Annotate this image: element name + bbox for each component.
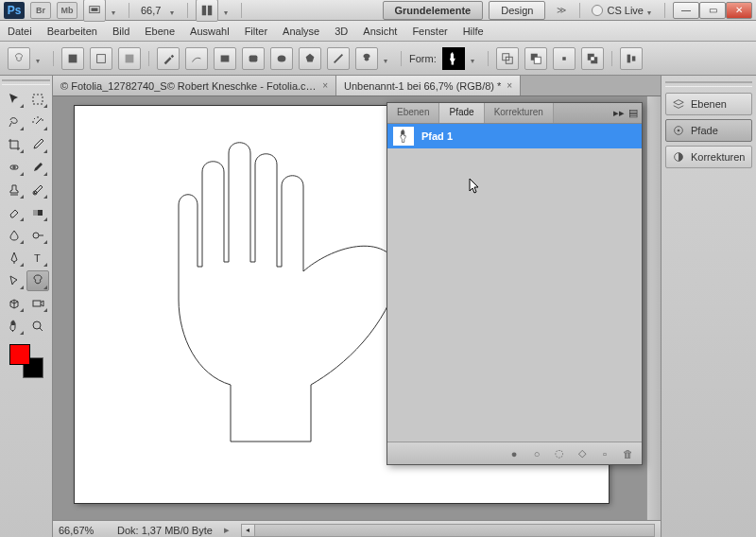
collapse-icon[interactable]: ▸▸ bbox=[613, 107, 625, 119]
close-icon[interactable]: × bbox=[507, 80, 512, 91]
fill-path-icon[interactable]: ● bbox=[507, 447, 521, 460]
lasso-tool[interactable] bbox=[3, 112, 26, 132]
selection-from-path-icon[interactable]: ◌ bbox=[553, 447, 566, 460]
panel-tab-ebenen[interactable]: Ebenen bbox=[387, 103, 439, 123]
pen-tool[interactable] bbox=[3, 248, 26, 268]
arrange-icon[interactable] bbox=[196, 0, 218, 22]
menu-hilfe[interactable]: Hilfe bbox=[463, 26, 484, 37]
path-select-tool[interactable] bbox=[3, 270, 26, 291]
panel-menu-icon[interactable]: ▤ bbox=[628, 107, 638, 119]
pathop-subtract-icon[interactable] bbox=[524, 47, 547, 70]
menu-bild[interactable]: Bild bbox=[112, 26, 129, 37]
3d-tool[interactable] bbox=[3, 293, 26, 314]
menu-datei[interactable]: Datei bbox=[8, 26, 32, 37]
stroke-path-icon[interactable]: ○ bbox=[530, 447, 543, 460]
crop-tool[interactable] bbox=[3, 134, 26, 155]
path-item-pfad1[interactable]: Pfad 1 bbox=[387, 124, 642, 148]
horizontal-scrollbar[interactable]: ◂ bbox=[241, 524, 655, 537]
panel-tab-pfade[interactable]: Pfade bbox=[439, 103, 484, 123]
gradient-tool[interactable] bbox=[26, 202, 49, 223]
hand-tool[interactable] bbox=[3, 316, 26, 337]
dock-ebenen[interactable]: Ebenen bbox=[665, 93, 752, 115]
blur-tool[interactable] bbox=[3, 225, 26, 246]
menu-3d[interactable]: 3D bbox=[335, 26, 348, 37]
move-tool[interactable] bbox=[3, 89, 26, 110]
type-tool[interactable]: T bbox=[26, 248, 49, 268]
eraser-tool[interactable] bbox=[3, 202, 26, 223]
panel-body[interactable]: Pfad 1 bbox=[387, 124, 642, 442]
brush-tool[interactable] bbox=[26, 157, 49, 178]
pathop-intersect-icon[interactable] bbox=[553, 47, 576, 70]
menu-auswahl[interactable]: Auswahl bbox=[190, 26, 230, 37]
stamp-tool[interactable] bbox=[3, 180, 26, 200]
vertical-scrollbar[interactable] bbox=[646, 96, 661, 520]
tab-unbenannt[interactable]: Unbenannt-1 bei 66,7% (RGB/8) *× bbox=[336, 76, 521, 95]
rounded-rect-icon[interactable] bbox=[242, 47, 265, 70]
dropdown-icon[interactable] bbox=[36, 54, 45, 63]
pen-icon[interactable] bbox=[157, 47, 180, 70]
cslive-button[interactable]: CS Live bbox=[592, 5, 657, 16]
app-icon[interactable]: Ps bbox=[4, 2, 25, 19]
panel-tab-korrekturen[interactable]: Korrekturen bbox=[485, 103, 554, 123]
line-icon[interactable] bbox=[327, 47, 350, 70]
custom-shape-icon[interactable] bbox=[355, 47, 378, 70]
screen-mode-icon[interactable] bbox=[83, 0, 106, 22]
path-thumbnail[interactable] bbox=[393, 127, 414, 146]
status-zoom[interactable]: 66,67% bbox=[59, 525, 106, 536]
path-name[interactable]: Pfad 1 bbox=[421, 130, 453, 142]
chevron-right-icon[interactable]: ≫ bbox=[551, 5, 572, 15]
dropdown-icon[interactable] bbox=[224, 6, 233, 15]
close-button[interactable]: ✕ bbox=[726, 2, 752, 19]
menu-fenster[interactable]: Fenster bbox=[412, 26, 447, 37]
history-brush-tool[interactable] bbox=[26, 180, 49, 200]
menu-analyse[interactable]: Analyse bbox=[283, 26, 319, 37]
menu-ebene[interactable]: Ebene bbox=[145, 26, 175, 37]
scroll-left-icon[interactable]: ◂ bbox=[242, 525, 255, 536]
tool-preset-icon[interactable] bbox=[8, 47, 30, 70]
dropdown-icon[interactable] bbox=[384, 54, 393, 63]
workspace-grundelemente[interactable]: Grundelemente bbox=[383, 1, 484, 20]
color-swatches[interactable] bbox=[9, 344, 43, 378]
fill-pixels-icon[interactable] bbox=[118, 47, 141, 70]
freeform-pen-icon[interactable] bbox=[185, 47, 208, 70]
dropdown-icon[interactable] bbox=[471, 54, 480, 63]
make-workpath-icon[interactable]: ◇ bbox=[576, 447, 589, 460]
minibridge-badge[interactable]: Mb bbox=[57, 2, 77, 19]
ellipse-icon[interactable] bbox=[270, 47, 293, 70]
shape-layers-icon[interactable] bbox=[61, 47, 84, 70]
dropdown-icon[interactable] bbox=[112, 6, 121, 15]
3d-camera-tool[interactable] bbox=[26, 293, 49, 314]
close-icon[interactable]: × bbox=[322, 80, 328, 91]
pathop-combine-icon[interactable] bbox=[496, 47, 519, 70]
dropdown-icon[interactable] bbox=[170, 6, 180, 15]
tab-fotolia[interactable]: © Fotolia_12782740_S© Robert Kneschke - … bbox=[53, 76, 336, 95]
paths-icon[interactable] bbox=[90, 47, 112, 70]
minimize-button[interactable]: — bbox=[673, 2, 699, 19]
custom-shape-tool[interactable] bbox=[26, 270, 49, 291]
menu-filter[interactable]: Filter bbox=[245, 26, 267, 37]
workspace-design[interactable]: Design bbox=[489, 1, 545, 20]
marquee-tool[interactable] bbox=[26, 89, 49, 110]
maximize-button[interactable]: ▭ bbox=[699, 2, 726, 19]
zoom-tool[interactable] bbox=[26, 316, 49, 337]
dock-pfade[interactable]: Pfade bbox=[665, 119, 752, 142]
menu-bearbeiten[interactable]: Bearbeiten bbox=[47, 26, 97, 37]
magic-wand-tool[interactable] bbox=[26, 112, 49, 132]
rectangle-icon[interactable] bbox=[214, 47, 236, 70]
dock-korrekturen[interactable]: Korrekturen bbox=[665, 146, 752, 168]
healing-tool[interactable] bbox=[3, 157, 26, 178]
eyedropper-tool[interactable] bbox=[26, 134, 49, 155]
new-path-icon[interactable]: ▫ bbox=[598, 447, 611, 460]
bridge-badge[interactable]: Br bbox=[30, 2, 51, 19]
dodge-tool[interactable] bbox=[26, 225, 49, 246]
chevron-right-icon[interactable]: ▸ bbox=[224, 524, 230, 536]
delete-path-icon[interactable]: 🗑 bbox=[621, 447, 634, 460]
zoom-value[interactable]: 66,7 bbox=[137, 5, 164, 16]
paths-panel[interactable]: Ebenen Pfade Korrekturen ▸▸▤ Pfad 1 ● ○ … bbox=[387, 102, 643, 465]
menu-ansicht[interactable]: Ansicht bbox=[363, 26, 397, 37]
polygon-icon[interactable] bbox=[299, 47, 321, 70]
pathop-exclude-icon[interactable] bbox=[581, 47, 604, 70]
align-icon[interactable] bbox=[620, 47, 643, 70]
shape-preview-hand[interactable] bbox=[442, 47, 465, 70]
foreground-color[interactable] bbox=[9, 344, 30, 365]
